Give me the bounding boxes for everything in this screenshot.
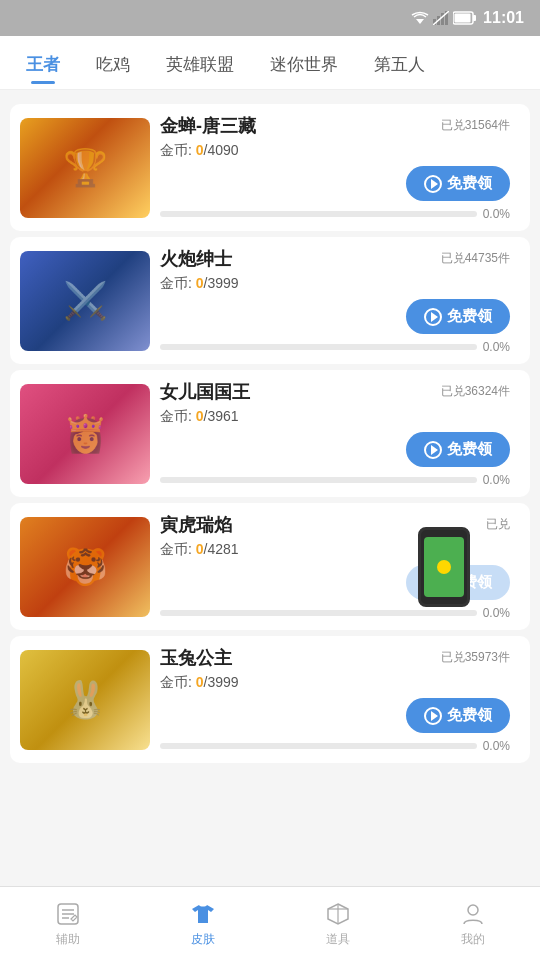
skin-thumb-3: 👸 [20, 384, 150, 484]
skin-coins-2: 金币: 0/3999 [160, 275, 510, 293]
skin-card-4: 🐯 寅虎瑞焰 已兑 金币: 0/4281 免费领 0 [10, 503, 530, 630]
progress-bar-3 [160, 477, 477, 483]
svg-rect-7 [473, 15, 476, 21]
phone-overlay [418, 527, 470, 607]
skin-thumb-1: 🏆 [20, 118, 150, 218]
skin-count-3: 已兑36324件 [441, 383, 510, 400]
progress-pct-3: 0.0% [483, 473, 510, 487]
nav-item-pifu[interactable]: 皮肤 [135, 900, 270, 948]
skin-card-5: 🐰 玉兔公主 已兑35973件 金币: 0/3999 免费领 [10, 636, 530, 763]
skin-info-3: 女儿国国王 已兑36324件 金币: 0/3961 免费领 0.0% [150, 380, 520, 487]
nav-item-wode[interactable]: 我的 [405, 900, 540, 948]
nav-item-fuzhu[interactable]: 辅助 [0, 900, 135, 948]
skin-coins-3: 金币: 0/3961 [160, 408, 510, 426]
nav-item-daoju[interactable]: 道具 [270, 900, 405, 948]
signal-icon [433, 11, 449, 25]
cube-icon [324, 900, 352, 928]
skin-thumb-5: 🐰 [20, 650, 150, 750]
tab-yxlm[interactable]: 英雄联盟 [148, 39, 252, 86]
progress-pct-1: 0.0% [483, 207, 510, 221]
battery-icon [453, 11, 477, 25]
nav-label-daoju: 道具 [326, 931, 350, 948]
progress-bar-2 [160, 344, 477, 350]
nav-label-fuzhu: 辅助 [56, 931, 80, 948]
skin-name-3: 女儿国国王 [160, 380, 250, 404]
tab-mnsjie[interactable]: 迷你世界 [252, 39, 356, 86]
play-icon-3 [424, 441, 442, 459]
play-icon-5 [424, 707, 442, 725]
skin-name-4: 寅虎瑞焰 [160, 513, 232, 537]
bottom-nav: 辅助 皮肤 道具 我的 [0, 886, 540, 960]
progress-bar-4 [160, 610, 477, 616]
progress-pct-4: 0.0% [483, 606, 510, 620]
progress-pct-5: 0.0% [483, 739, 510, 753]
skin-name-5: 玉兔公主 [160, 646, 232, 670]
phone-screen [424, 537, 464, 597]
skin-name-2: 火炮绅士 [160, 247, 232, 271]
nav-label-pifu: 皮肤 [191, 931, 215, 948]
play-icon-2 [424, 308, 442, 326]
skin-card-2: ⚔️ 火炮绅士 已兑44735件 金币: 0/3999 免费领 [10, 237, 530, 364]
skin-name-1: 金蝉-唐三藏 [160, 114, 256, 138]
skin-info-2: 火炮绅士 已兑44735件 金币: 0/3999 免费领 0.0% [150, 247, 520, 354]
btn-claim-1[interactable]: 免费领 [406, 166, 510, 201]
skin-list: 🏆 金蝉-唐三藏 已兑31564件 金币: 0/4090 免费领 [0, 90, 540, 777]
skin-coins-1: 金币: 0/4090 [160, 142, 510, 160]
tab-bar: 王者 吃鸡 英雄联盟 迷你世界 第五人 [0, 36, 540, 90]
skin-count-4: 已兑 [486, 516, 510, 533]
edit-icon [54, 900, 82, 928]
btn-claim-2[interactable]: 免费领 [406, 299, 510, 334]
svg-marker-0 [416, 19, 424, 24]
skin-card-1: 🏆 金蝉-唐三藏 已兑31564件 金币: 0/4090 免费领 [10, 104, 530, 231]
status-bar: 11:01 [0, 0, 540, 36]
skin-coins-5: 金币: 0/3999 [160, 674, 510, 692]
svg-point-16 [468, 905, 478, 915]
status-icons [411, 11, 477, 25]
tab-diwu[interactable]: 第五人 [356, 39, 443, 86]
skin-count-1: 已兑31564件 [441, 117, 510, 134]
nav-label-wode: 我的 [461, 931, 485, 948]
progress-bar-1 [160, 211, 477, 217]
play-icon-1 [424, 175, 442, 193]
skin-count-2: 已兑44735件 [441, 250, 510, 267]
skin-count-5: 已兑35973件 [441, 649, 510, 666]
svg-rect-8 [455, 14, 471, 23]
skin-thumb-2: ⚔️ [20, 251, 150, 351]
progress-pct-2: 0.0% [483, 340, 510, 354]
progress-bar-5 [160, 743, 477, 749]
skin-info-5: 玉兔公主 已兑35973件 金币: 0/3999 免费领 0.0% [150, 646, 520, 753]
skin-info-1: 金蝉-唐三藏 已兑31564件 金币: 0/4090 免费领 0.0% [150, 114, 520, 221]
skin-card-3: 👸 女儿国国王 已兑36324件 金币: 0/3961 免费领 [10, 370, 530, 497]
tab-wangzhe[interactable]: 王者 [8, 39, 78, 86]
wifi-icon [411, 11, 429, 25]
btn-claim-5[interactable]: 免费领 [406, 698, 510, 733]
tshirt-icon [189, 900, 217, 928]
status-time: 11:01 [483, 9, 524, 27]
btn-claim-3[interactable]: 免费领 [406, 432, 510, 467]
tab-chiji[interactable]: 吃鸡 [78, 39, 148, 86]
person-icon [459, 900, 487, 928]
skin-thumb-4: 🐯 [20, 517, 150, 617]
